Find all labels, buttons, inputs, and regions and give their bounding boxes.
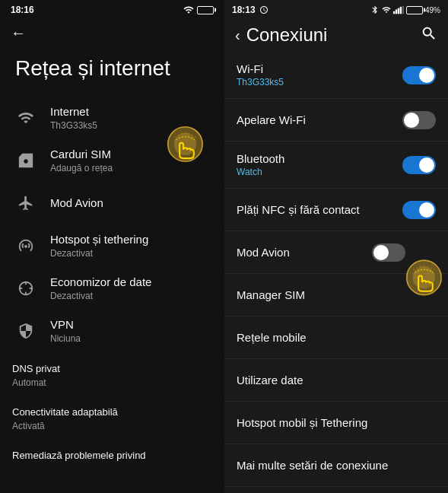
svg-rect-7 bbox=[402, 6, 404, 14]
left-status-icons bbox=[183, 5, 214, 15]
signal-icon bbox=[183, 5, 194, 15]
internet-title: Internet bbox=[50, 104, 212, 119]
left-back-button[interactable]: ← bbox=[0, 18, 224, 43]
datasaver-text: Economizor de date Dezactivat bbox=[50, 275, 212, 301]
hotspot-icon bbox=[12, 232, 40, 259]
right-header: ‹ Conexiuni bbox=[224, 18, 448, 52]
nfc-item-title: Plăți NFC și fără contact bbox=[237, 203, 402, 216]
hand-cursor-right bbox=[402, 254, 448, 304]
status-bar-right: 18:13 49% bbox=[224, 0, 448, 18]
mobilenet-item-text: Rețele mobile bbox=[237, 331, 436, 344]
right-item-mobilenet[interactable]: Rețele mobile bbox=[224, 316, 448, 359]
right-item-nfc[interactable]: Plăți NFC și fără contact bbox=[224, 189, 448, 231]
bluetooth-item-subtitle: Watch bbox=[237, 167, 402, 177]
svg-rect-3 bbox=[393, 11, 395, 14]
adaptive-sub: Activată bbox=[0, 421, 224, 439]
vpn-title: VPN bbox=[50, 317, 212, 332]
right-page-title: Conexiuni bbox=[246, 24, 328, 46]
sim-icon bbox=[12, 147, 40, 174]
left-page-title: Rețea și internet bbox=[0, 43, 224, 97]
right-item-bluetooth[interactable]: Bluetooth Watch bbox=[224, 142, 448, 189]
right-item-hotspot[interactable]: Hotspot mobil și Tethering bbox=[224, 402, 448, 444]
right-item-wifi[interactable]: Wi-Fi Th3G33ks5 bbox=[224, 52, 448, 99]
svg-rect-5 bbox=[398, 8, 399, 14]
nfc-item-text: Plăți NFC și fără contact bbox=[237, 203, 402, 216]
airplane-text: Mod Avion bbox=[50, 196, 212, 211]
datausage-item-text: Utilizare date bbox=[237, 374, 436, 386]
hand-cursor-left bbox=[164, 122, 217, 176]
menu-item-airplane[interactable]: Mod Avion bbox=[0, 182, 224, 224]
status-bar-left: 18:16 bbox=[0, 0, 224, 18]
menu-item-vpn[interactable]: VPN Niciuna bbox=[0, 310, 224, 352]
wifi-item-text: Wi-Fi Th3G33ks5 bbox=[237, 62, 402, 87]
signal-bars-icon bbox=[393, 5, 404, 14]
datasaver-icon bbox=[12, 275, 40, 302]
wificall-item-text: Apelare Wi-Fi bbox=[237, 113, 402, 126]
right-item-airplane[interactable]: Mod Avion bbox=[224, 231, 448, 274]
right-time: 18:13 bbox=[232, 5, 268, 15]
airplane-item-text: Mod Avion bbox=[237, 246, 372, 259]
mobilenet-item-title: Rețele mobile bbox=[237, 331, 436, 344]
fix-label: Remediază problemele privind bbox=[0, 439, 224, 464]
airplane-icon bbox=[12, 189, 40, 217]
search-icon[interactable] bbox=[421, 25, 437, 45]
clock-icon bbox=[259, 5, 268, 14]
vpn-icon bbox=[12, 317, 40, 345]
more-item-title: Mai multe setări de conexiune bbox=[237, 459, 436, 472]
right-item-datausage[interactable]: Utilizare date bbox=[224, 359, 448, 402]
dns-sub: Automat bbox=[0, 377, 224, 396]
right-status-icons: 49% bbox=[370, 5, 440, 14]
hotspot-item-text: Hotspot mobil și Tethering bbox=[237, 416, 436, 429]
airplane-item-title: Mod Avion bbox=[237, 246, 372, 259]
airplane-title: Mod Avion bbox=[50, 196, 212, 211]
vpn-subtitle: Niciuna bbox=[50, 333, 212, 344]
adaptive-label: Conectivitate adaptabilă bbox=[0, 396, 224, 421]
wificall-toggle[interactable] bbox=[402, 111, 436, 129]
bluetooth-item-text: Bluetooth Watch bbox=[237, 152, 402, 177]
airplane-toggle[interactable] bbox=[372, 243, 405, 262]
wifi-toggle[interactable] bbox=[402, 66, 436, 84]
right-item-more[interactable]: Mai multe setări de conexiune bbox=[224, 444, 448, 487]
right-header-left: ‹ Conexiuni bbox=[235, 24, 327, 46]
wificall-item-title: Apelare Wi-Fi bbox=[237, 113, 402, 126]
left-battery-icon bbox=[197, 6, 214, 14]
svg-rect-4 bbox=[396, 9, 397, 14]
wifi-item-title: Wi-Fi bbox=[237, 62, 402, 75]
datasaver-subtitle: Dezactivat bbox=[50, 291, 212, 301]
right-item-wificall[interactable]: Apelare Wi-Fi bbox=[224, 99, 448, 142]
bluetooth-item-title: Bluetooth bbox=[237, 152, 402, 165]
menu-item-hotspot[interactable]: Hotspot și tethering Dezactivat bbox=[0, 224, 224, 267]
wifi-icon bbox=[12, 104, 40, 132]
svg-rect-6 bbox=[400, 7, 402, 14]
hotspot-item-title: Hotspot mobil și Tethering bbox=[237, 416, 436, 429]
wifi-status-icon bbox=[382, 5, 391, 14]
right-battery: 49% bbox=[406, 6, 440, 14]
right-back-button[interactable]: ‹ bbox=[235, 27, 240, 44]
dns-label: DNS privat bbox=[0, 352, 224, 377]
wifi-item-subtitle: Th3G33ks5 bbox=[237, 77, 402, 87]
nfc-toggle[interactable] bbox=[402, 201, 436, 219]
bluetooth-toggle[interactable] bbox=[402, 156, 436, 174]
datasaver-title: Economizor de date bbox=[50, 275, 212, 290]
left-time: 18:16 bbox=[11, 5, 34, 15]
more-item-text: Mai multe setări de conexiune bbox=[237, 459, 436, 472]
vpn-text: VPN Niciuna bbox=[50, 317, 212, 344]
hotspot-text: Hotspot și tethering Dezactivat bbox=[50, 232, 212, 259]
left-panel: 18:16 ← Rețea și internet Internet Th3G3… bbox=[0, 0, 224, 493]
right-panel: 18:13 49% ‹ Conexiuni bbox=[224, 0, 448, 493]
bluetooth-status-icon bbox=[370, 5, 380, 14]
hotspot-title: Hotspot și tethering bbox=[50, 232, 212, 247]
menu-item-datasaver[interactable]: Economizor de date Dezactivat bbox=[0, 267, 224, 310]
hotspot-subtitle: Dezactivat bbox=[50, 248, 212, 259]
right-menu-list: Wi-Fi Th3G33ks5 Apelare Wi-Fi Bluetooth … bbox=[224, 52, 448, 493]
datausage-item-title: Utilizare date bbox=[237, 374, 436, 386]
